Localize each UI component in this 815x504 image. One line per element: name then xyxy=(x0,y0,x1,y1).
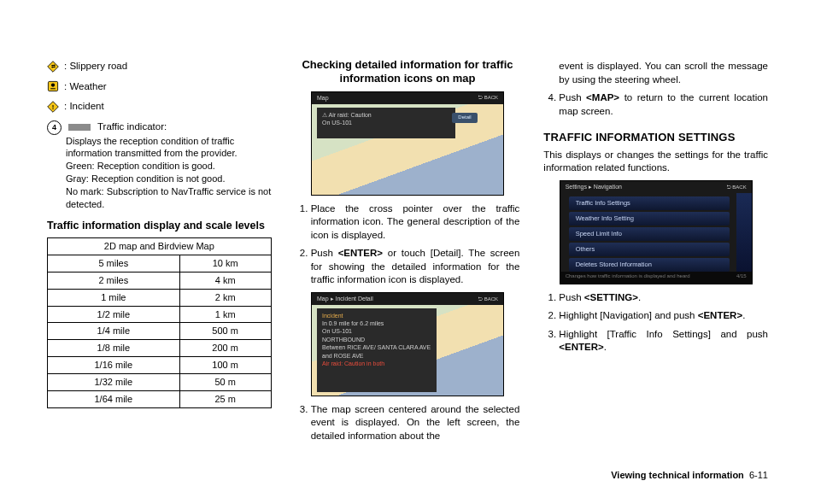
back-icon: ⮌ BACK xyxy=(478,94,498,101)
overlay-line: In 0.9 mile for 6.2 miles xyxy=(322,319,431,327)
table-cell: 2 km xyxy=(179,289,271,306)
traffic-indicator-bar-icon xyxy=(68,124,91,131)
list-item: Push <MAP> to return to the current loca… xyxy=(559,91,768,118)
table-cell: 1 mile xyxy=(48,289,180,306)
settings-intro: This displays or changes the settings fo… xyxy=(543,149,768,175)
slippery-road-icon: ⇄ xyxy=(47,61,59,73)
screenshot-topbar: Settings ▸ Navigation ⮌ BACK xyxy=(560,181,752,193)
table-cell: 4 km xyxy=(179,272,271,289)
weather-icon xyxy=(47,80,59,92)
indicator-desc-2: Green: Reception condition is good. xyxy=(66,160,272,173)
map-screenshot-2: Map ▸ Incident Detail ⮌ BACK Incident In… xyxy=(311,292,504,396)
table-cell: 1/32 mile xyxy=(48,373,180,390)
steps-list-cont: The map screen centered around the selec… xyxy=(296,403,520,443)
overlay-line: On US-101 xyxy=(322,327,431,335)
column-3: event is displayed. You can scroll the m… xyxy=(543,58,768,461)
screenshot-title: Map xyxy=(317,94,329,102)
table-row: 5 miles10 km xyxy=(48,255,272,273)
legend-weather: : Weather xyxy=(47,80,272,94)
table-cell: 10 km xyxy=(179,255,271,273)
svg-point-3 xyxy=(51,84,55,87)
table-cell: 5 miles xyxy=(48,255,180,273)
menu-item: Speed Limit Info xyxy=(569,227,730,241)
scale-heading: Traffic information display and scale le… xyxy=(47,220,272,233)
indicator-desc-1: Displays the reception condition of traf… xyxy=(66,135,272,161)
legend-label: : Weather xyxy=(64,80,107,94)
incident-icon: ! xyxy=(47,101,59,113)
list-item: Highlight [Navigation] and push <ENTER>. xyxy=(559,309,768,323)
section-heading: Checking detailed information for traffi… xyxy=(296,58,520,86)
settings-screenshot: Settings ▸ Navigation ⮌ BACK Traffic Inf… xyxy=(560,180,753,284)
table-cell: 50 m xyxy=(179,373,271,390)
settings-steps: Push <SETTING>. Highlight [Navigation] a… xyxy=(543,291,768,355)
menu-item: Weather Info Setting xyxy=(569,212,730,226)
scale-table: 2D map and Birdview Map 5 miles10 km2 mi… xyxy=(47,237,272,407)
screenshot-topbar: Map ▸ Incident Detail ⮌ BACK xyxy=(312,293,503,305)
footer-page: 6-11 xyxy=(749,470,768,480)
menu-item: Traffic Info Settings xyxy=(569,196,730,210)
manual-page: ⇄ : Slippery road : Weather ! : Incident… xyxy=(0,0,815,504)
table-cell: 1/8 mile xyxy=(48,340,180,357)
table-cell: 200 m xyxy=(179,340,271,357)
legend-incident: ! : Incident xyxy=(47,100,272,114)
table-header: 2D map and Birdview Map xyxy=(48,238,272,255)
scroll-sidebar-icon xyxy=(736,193,752,272)
overlay-line: On US-101 xyxy=(322,119,450,126)
indicator-desc-4: No mark: Subscription to NavTraffic serv… xyxy=(66,185,272,211)
continued-text: event is displayed. You can scroll the m… xyxy=(559,60,768,86)
back-icon: ⮌ BACK xyxy=(478,296,498,302)
footer-section: Viewing technical information xyxy=(611,470,744,480)
table-cell: 1/16 mile xyxy=(48,357,180,374)
legend-label: : Slippery road xyxy=(64,60,127,73)
overlay-warning: Air raid: Caution in both xyxy=(322,360,431,367)
legend-slippery: ⇄ : Slippery road xyxy=(47,60,272,73)
table-cell: 1 km xyxy=(179,306,271,323)
svg-text:!: ! xyxy=(52,103,55,111)
column-layout: ⇄ : Slippery road : Weather ! : Incident… xyxy=(47,58,768,461)
screenshot-title: Settings ▸ Navigation xyxy=(566,183,622,190)
overlay-line: ⚠ Air raid: Caution xyxy=(322,111,450,119)
steps-list-cont: Push <MAP> to return to the current loca… xyxy=(543,91,768,118)
map-screenshot-1: Map ⮌ BACK ⚠ Air raid: Caution On US-101… xyxy=(311,91,504,196)
back-icon: ⮌ BACK xyxy=(726,184,747,190)
table-row: 1/2 mile1 km xyxy=(48,306,272,323)
indicator-label: Traffic indicator: xyxy=(97,120,167,134)
menu-item: Others xyxy=(569,243,730,256)
column-1: ⇄ : Slippery road : Weather ! : Incident… xyxy=(47,58,272,461)
table-cell: 500 m xyxy=(179,323,271,340)
menu-item: Deletes Stored Information xyxy=(569,258,730,272)
settings-heading: TRAFFIC INFORMATION SETTINGS xyxy=(543,130,768,145)
table-cell: 2 miles xyxy=(48,272,180,289)
callout-number-icon: 4 xyxy=(47,120,62,135)
table-cell: 1/4 mile xyxy=(48,323,180,340)
screenshot-topbar: Map ⮌ BACK xyxy=(312,92,503,104)
table-row: 1/32 mile50 m xyxy=(48,373,272,390)
steps-list: Place the cross pointer over the traffic… xyxy=(296,202,520,287)
screenshot-title: Map ▸ Incident Detail xyxy=(317,295,373,302)
detail-overlay: Incident In 0.9 mile for 6.2 miles On US… xyxy=(317,308,437,392)
info-overlay: ⚠ Air raid: Caution On US-101 xyxy=(317,108,455,138)
page-footer: Viewing technical information 6-11 xyxy=(47,470,768,480)
table-row: 1/4 mile500 m xyxy=(48,323,272,340)
indicator-desc-3: Gray: Reception condition is not good. xyxy=(66,173,272,185)
settings-menu: Traffic Info SettingsWeather Info Settin… xyxy=(569,196,730,274)
overlay-title: Incident xyxy=(322,312,431,319)
table-row: 1 mile2 km xyxy=(48,289,272,306)
table-cell: 1/64 mile xyxy=(48,390,180,407)
list-item: Highlight [Traffic Info Settings] and pu… xyxy=(559,328,768,355)
table-cell: 1/2 mile xyxy=(48,306,180,323)
traffic-indicator-block: 4 Traffic indicator: Displays the recept… xyxy=(47,120,272,211)
column-2: Checking detailed information for traffi… xyxy=(296,58,520,461)
table-row: 1/16 mile100 m xyxy=(48,357,272,374)
screenshot-footer: Changes how traffic information is displ… xyxy=(560,272,752,284)
table-cell: 100 m xyxy=(179,357,271,374)
list-item: Place the cross pointer over the traffic… xyxy=(311,202,520,243)
table-cell: 25 m xyxy=(179,390,271,407)
list-item: Push <ENTER> or touch [Detail]. The scre… xyxy=(311,247,520,287)
overlay-line: NORTHBOUND xyxy=(322,336,431,343)
list-item: Push <SETTING>. xyxy=(559,291,768,305)
table-row: 2 miles4 km xyxy=(48,272,272,289)
list-item: The map screen centered around the selec… xyxy=(311,403,520,443)
overlay-line: Between RICE AVE/ SANTA CLARA AVE and RO… xyxy=(322,343,431,360)
table-row: 1/8 mile200 m xyxy=(48,340,272,357)
